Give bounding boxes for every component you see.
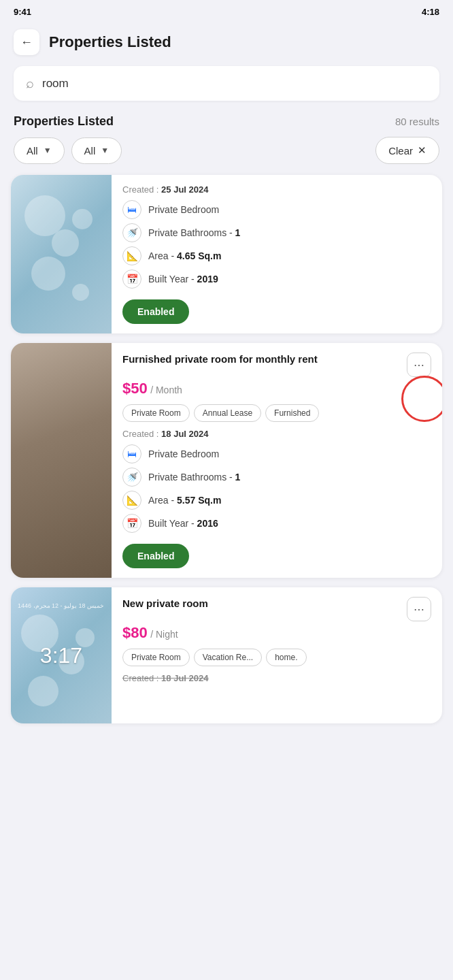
more-options-button-3[interactable]: ⋯	[407, 597, 431, 621]
back-button[interactable]: ←	[14, 29, 39, 55]
created-date-1: Created : 25 Jul 2024	[122, 184, 431, 195]
filter-dropdown-2[interactable]: All ▼	[71, 137, 122, 164]
enabled-button-2[interactable]: Enabled	[122, 544, 189, 568]
filter-2-label: All	[84, 145, 96, 157]
price-period-2: / Month	[150, 385, 182, 395]
bathroom-label-1: Private Bathrooms - 1	[148, 227, 240, 238]
bath-icon-1: 🚿	[122, 223, 141, 242]
property-image-3: خمیس 18 یولیو - 12 محرم، 1446 3:17	[11, 587, 112, 723]
bath-icon-2: 🚿	[122, 468, 141, 487]
card-title-3: New private room	[122, 597, 208, 610]
calendar-icon-1: 📅	[122, 270, 141, 289]
status-bar: 9:41 4:18	[0, 0, 453, 21]
cards-container: Created : 25 Jul 2024 🛏 Private Bedroom …	[0, 175, 453, 723]
feature-area-2: 📐 Area - 5.57 Sq.m	[122, 491, 431, 510]
property-image-2	[11, 343, 112, 578]
screen-date: خمیس 18 یولیو - 12 محرم، 1446	[18, 602, 104, 609]
area-label-2: Area - 5.57 Sq.m	[148, 495, 221, 506]
card-content-3: خمیس 18 یولیو - 12 محرم، 1446 3:17 New p…	[11, 587, 442, 723]
tags-row-3: Private Room Vacation Re... home.	[122, 649, 431, 666]
card-details-1: Created : 25 Jul 2024 🛏 Private Bedroom …	[112, 175, 442, 333]
section-header: Properties Listed 80 results	[0, 112, 453, 137]
filter-1-label: All	[27, 145, 38, 157]
bed-icon-2: 🛏	[122, 444, 141, 463]
area-icon-2: 📐	[122, 491, 141, 510]
created-date-2: Created : 18 Jul 2024	[122, 429, 431, 439]
card-title-row-2: Furnished private room for monthly rent …	[122, 353, 431, 377]
feature-bathroom-1: 🚿 Private Bathrooms - 1	[122, 223, 431, 242]
search-input[interactable]	[42, 77, 427, 91]
tag-annual-lease-2: Annual Lease	[194, 404, 261, 422]
card-content-1: Created : 25 Jul 2024 🛏 Private Bedroom …	[11, 175, 442, 333]
bathroom-label-2: Private Bathrooms - 1	[148, 472, 240, 483]
tags-row-2: Private Room Annual Lease Furnished	[122, 404, 431, 422]
price-row-3: $80 / Night	[122, 624, 431, 642]
clear-button[interactable]: Clear ✕	[375, 137, 439, 164]
chevron-down-icon-1: ▼	[44, 146, 52, 155]
card-title-row-3: New private room ⋯	[122, 597, 431, 621]
area-icon-1: 📐	[122, 246, 141, 265]
area-label-1: Area - 4.65 Sq.m	[148, 250, 221, 261]
feature-area-1: 📐 Area - 4.65 Sq.m	[122, 246, 431, 265]
more-options-button-2[interactable]: ⋯	[407, 353, 431, 377]
results-count: 80 results	[395, 116, 439, 127]
price-row-2: $50 / Month	[122, 380, 431, 397]
property-card-2: Furnished private room for monthly rent …	[11, 343, 442, 578]
bedroom-label-2: Private Bedroom	[148, 448, 219, 459]
bed-icon-1: 🛏	[122, 200, 141, 219]
status-time: 9:41	[14, 7, 31, 17]
card-price-2: $50	[122, 380, 148, 397]
feature-year-1: 📅 Built Year - 2019	[122, 270, 431, 289]
card-title-2: Furnished private room for monthly rent	[122, 353, 318, 366]
property-card-3: خمیس 18 یولیو - 12 محرم، 1446 3:17 New p…	[11, 587, 442, 723]
screen-time: 3:17	[40, 643, 82, 668]
created-date-3-strikethrough: Created : 18 Jul 2024	[122, 673, 431, 683]
tag-home-3: home.	[266, 649, 306, 666]
filter-row: All ▼ All ▼ Clear ✕	[0, 137, 453, 175]
price-period-3: / Night	[150, 629, 178, 640]
feature-bedroom-2: 🛏 Private Bedroom	[122, 444, 431, 463]
tag-private-room-3: Private Room	[122, 649, 190, 666]
section-title: Properties Listed	[14, 114, 114, 129]
feature-bedroom-1: 🛏 Private Bedroom	[122, 200, 431, 219]
tag-furnished-2: Furnished	[265, 404, 319, 422]
property-card-1: Created : 25 Jul 2024 🛏 Private Bedroom …	[11, 175, 442, 333]
bedroom-label-1: Private Bedroom	[148, 204, 219, 215]
header: ← Properties Listed	[0, 21, 453, 66]
year-label-1: Built Year - 2019	[148, 274, 218, 284]
card-details-3: New private room ⋯ $80 / Night Private R…	[112, 587, 442, 723]
close-icon: ✕	[418, 144, 426, 157]
enabled-button-1[interactable]: Enabled	[122, 299, 189, 324]
tag-vacation-3: Vacation Re...	[194, 649, 262, 666]
feature-year-2: 📅 Built Year - 2016	[122, 514, 431, 533]
clear-label: Clear	[388, 145, 413, 157]
search-container: ⌕	[0, 66, 453, 112]
tag-private-room-2: Private Room	[122, 404, 190, 422]
calendar-icon-2: 📅	[122, 514, 141, 533]
filter-dropdown-1[interactable]: All ▼	[14, 137, 65, 164]
property-image-1	[11, 175, 112, 333]
search-icon: ⌕	[26, 76, 34, 91]
year-label-2: Built Year - 2016	[148, 518, 218, 529]
feature-bathroom-2: 🚿 Private Bathrooms - 1	[122, 468, 431, 487]
card-content-2: Furnished private room for monthly rent …	[11, 343, 442, 578]
chevron-down-icon-2: ▼	[101, 146, 109, 155]
card-details-2: Furnished private room for monthly rent …	[112, 343, 442, 578]
card-price-3: $80	[122, 624, 148, 641]
status-battery: 4:18	[422, 7, 439, 17]
search-bar: ⌕	[14, 66, 439, 101]
page-title: Properties Listed	[49, 33, 171, 51]
